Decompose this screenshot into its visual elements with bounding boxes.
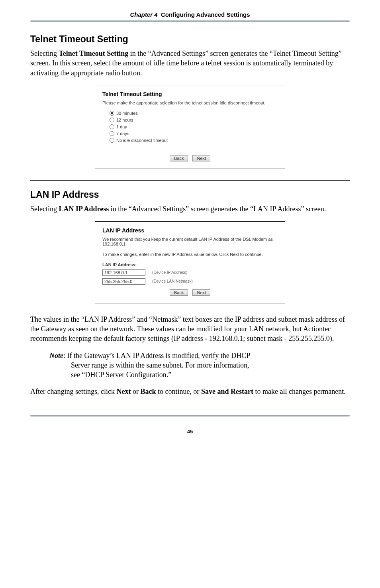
text: LAN IP — [253, 205, 276, 213]
text: in the “Advanced Settings” screen genera… — [109, 205, 253, 213]
header-rule — [30, 20, 350, 22]
note-label: Note — [49, 352, 63, 360]
radio-label: No idle disconnect timeout — [116, 138, 168, 143]
radio-label: 12 hours — [116, 118, 133, 122]
note-text: see “DHCP Server Configuration.” — [71, 370, 350, 380]
lan-explanation-paragraph: The values in the “LAN IP Address” and “… — [30, 315, 350, 344]
panel-title: Telnet Timeout Setting — [102, 91, 278, 97]
next-button[interactable]: Next — [192, 155, 210, 161]
chapter-header: Chapter 4 Configuring Advanced Settings — [30, 11, 350, 18]
back-button[interactable]: Back — [170, 289, 188, 296]
radio-icon — [110, 131, 114, 136]
ip-address-row: 192.168.0.1 (Device IP Address) — [102, 269, 278, 276]
lan-ip-panel: LAN IP Address We recommend that you kee… — [95, 221, 285, 303]
next-button[interactable]: Next — [192, 289, 210, 296]
text: Address” screen. — [276, 205, 326, 213]
text: or — [131, 387, 140, 395]
input-caption: (Device LAN Netmask) — [152, 279, 193, 283]
radio-option[interactable]: 12 hours — [110, 118, 278, 123]
text: After changing settings, click — [30, 387, 116, 395]
input-caption: (Device IP Address) — [152, 270, 187, 275]
note-text: Server range is within the same subnet. … — [71, 360, 350, 370]
text-bold: LAN IP Address — [59, 205, 109, 213]
note-text: : If the Gateway’s LAN IP Address is mod… — [63, 352, 250, 360]
text-bold: Back — [140, 387, 156, 395]
back-button[interactable]: Back — [170, 155, 188, 161]
radio-label: 7 days — [116, 131, 129, 136]
device-netmask-input[interactable]: 255.255.255.0 — [102, 278, 145, 285]
radio-icon — [110, 118, 114, 122]
chapter-prefix: Chapter 4 — [130, 11, 157, 18]
telnet-intro-paragraph: Selecting Telnet Timeout Setting in the … — [30, 49, 350, 78]
section-divider — [30, 180, 350, 181]
text: to continue, or — [156, 387, 201, 395]
lan-ip-subhead: LAN IP Address: — [102, 262, 278, 267]
radio-option[interactable]: No idle disconnect timeout — [110, 138, 278, 143]
radio-option[interactable]: 30 minutes — [110, 111, 278, 116]
radio-icon — [110, 111, 114, 116]
radio-option[interactable]: 1 day — [110, 124, 278, 130]
radio-label: 30 minutes — [116, 111, 138, 116]
lan-intro-paragraph: Selecting LAN IP Address in the “Advance… — [30, 204, 350, 214]
radio-option[interactable]: 7 days — [110, 131, 278, 136]
text: to make all changes permanent. — [253, 387, 346, 395]
footer-rule — [30, 415, 350, 417]
radio-option-list: 30 minutes 12 hours 1 day 7 days No idle… — [110, 111, 278, 143]
note-block: Note: If the Gateway’s LAN IP Address is… — [49, 351, 350, 380]
radio-label: 1 day — [116, 124, 127, 129]
panel-blurb: We recommend that you keep the current d… — [102, 237, 278, 246]
panel-blurb: To make changes, enter in the new IP Add… — [102, 252, 278, 257]
telnet-timeout-panel: Telnet Timeout Setting Please make the a… — [95, 85, 285, 169]
text: Selecting — [30, 49, 59, 57]
text-bold: Next — [116, 387, 131, 395]
netmask-row: 255.255.255.0 (Device LAN Netmask) — [102, 278, 278, 285]
section-heading-telnet: Telnet Timeout Setting — [30, 34, 350, 45]
text-bold: Telnet Timeout Setting — [59, 49, 128, 57]
section-heading-lan: LAN IP Address — [30, 189, 350, 200]
chapter-title: Configuring Advanced Settings — [161, 11, 250, 18]
closing-paragraph: After changing settings, click Next or B… — [30, 387, 350, 396]
page-number: 45 — [30, 429, 350, 435]
text-bold: Save and Restart — [201, 387, 253, 395]
radio-icon — [110, 138, 114, 143]
radio-icon — [110, 124, 114, 129]
panel-blurb: Please make the appropriate selection fo… — [102, 100, 278, 105]
device-ip-input[interactable]: 192.168.0.1 — [102, 269, 145, 276]
text: Selecting — [30, 205, 59, 213]
panel-title: LAN IP Address — [102, 227, 278, 234]
